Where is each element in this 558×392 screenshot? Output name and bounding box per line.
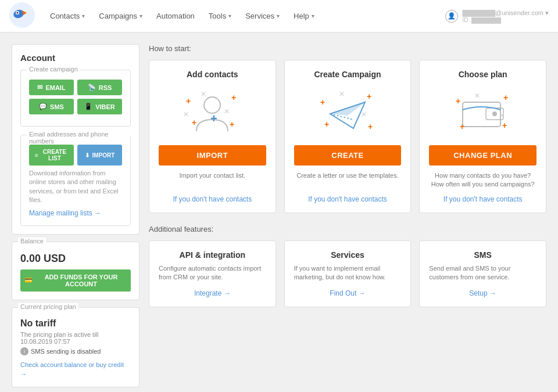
check-balance-link[interactable]: Check account balance or buy credit → (20, 361, 124, 377)
sms-button[interactable]: 💬 SMS (29, 99, 74, 114)
sms-icon: 💬 (39, 103, 47, 110)
balance-amount: 0.00 USD (20, 253, 131, 265)
svg-text:+: + (502, 121, 507, 130)
import-helper-text: Download information from online stores … (29, 169, 122, 205)
add-contacts-desc: Import your contact list. (179, 171, 245, 180)
nav-contacts[interactable]: Contacts ▾ (44, 7, 91, 25)
create-campaign-link[interactable]: If you don't have contacts (308, 195, 387, 203)
api-integration-link[interactable]: Integrate → (194, 289, 231, 297)
pricing-plan-label: Current pricing plan (18, 303, 78, 310)
nav-tools[interactable]: Tools ▾ (203, 7, 237, 25)
add-contacts-card: Add contacts + + + + + ✕ (149, 60, 276, 213)
create-campaign-heading: Create Campaign (314, 70, 381, 79)
create-campaign-card: Create Campaign + + + + ✕ ✕ (284, 60, 412, 213)
svg-text:+: + (368, 122, 373, 131)
change-plan-button[interactable]: CHANGE PLAN (429, 145, 536, 166)
balance-card: Balance 0.00 USD 💳 ADD FUNDS FOR YOUR AC… (12, 242, 140, 300)
services-desc: If you want to implement email marketing… (294, 264, 402, 282)
sms-desc: Send email and SMS to your customers fro… (429, 264, 536, 282)
svg-text:✕: ✕ (339, 90, 345, 98)
account-card: Account Create campaign ✉ EMAIL 📡 RSS (12, 44, 140, 235)
additional-features-label: Additional features: (149, 225, 546, 233)
manage-mailing-lists-link[interactable]: Manage mailing lists → (29, 209, 101, 217)
add-contacts-link[interactable]: If you don't have contacts (173, 195, 252, 203)
svg-text:+: + (231, 93, 236, 102)
services-title: Services (331, 250, 364, 260)
create-campaign-button[interactable]: CREATE (294, 145, 402, 166)
choose-plan-heading: Choose plan (459, 70, 507, 79)
list-icon: ≡ (35, 152, 38, 159)
balance-label: Balance (18, 238, 46, 244)
nav-automation[interactable]: Automation (151, 7, 201, 25)
sidebar: Account Create campaign ✉ EMAIL 📡 RSS (12, 44, 140, 387)
pricing-plan-card: Current pricing plan No tariff The prici… (12, 307, 140, 388)
svg-point-25 (492, 112, 497, 116)
svg-text:✕: ✕ (201, 90, 206, 98)
svg-text:+: + (192, 118, 196, 127)
help-arrow-icon: ▾ (312, 13, 314, 19)
nav-campaigns[interactable]: Campaigns ▾ (93, 7, 148, 25)
import-icon: ⬇ (85, 152, 90, 159)
svg-text:✕: ✕ (474, 92, 480, 100)
create-list-button[interactable]: ≡ CREATE LIST (29, 145, 74, 166)
nav-services[interactable]: Services ▾ (239, 7, 285, 25)
viber-button[interactable]: 📱 VIBER (77, 99, 122, 114)
user-info-block: ████████@unisender.com ▾ ID: ████████ (463, 9, 549, 23)
import-contacts-button[interactable]: IMPORT (159, 145, 266, 166)
sms-card: SMS Send email and SMS to your customers… (419, 240, 546, 307)
contacts-arrow-icon: ▾ (82, 13, 85, 19)
create-campaign-section: Create campaign ✉ EMAIL 📡 RSS 💬 (20, 70, 131, 127)
rss-button[interactable]: 📡 RSS (77, 80, 122, 95)
svg-text:+: + (460, 122, 464, 131)
email-addresses-section: Email addresses and phone numbers ≡ CREA… (20, 135, 131, 226)
additional-features-cards: API & integration Configure automatic co… (149, 240, 546, 307)
header-user-section: 👤 ████████@unisender.com ▾ ID: ████████ (445, 9, 549, 23)
sms-title: SMS (474, 250, 491, 260)
svg-point-4 (17, 12, 19, 14)
email-button[interactable]: ✉ EMAIL (29, 80, 74, 95)
user-id-value: ████████ (471, 17, 501, 23)
main-nav: Contacts ▾ Campaigns ▾ Automation Tools … (44, 7, 445, 25)
sms-disabled-notice: i SMS sending is disabled (20, 347, 131, 355)
account-title: Account (20, 53, 131, 63)
add-contacts-illustration: + + + + + ✕ ✕ ✕ (159, 86, 266, 138)
svg-text:+: + (230, 120, 234, 129)
api-integration-desc: Configure automatic contacts import from… (159, 264, 266, 282)
api-integration-title: API & integration (180, 250, 246, 260)
user-email: ████████@unisender.com ▾ (463, 9, 549, 17)
logo (9, 2, 44, 30)
rss-icon: 📡 (88, 84, 96, 91)
services-link[interactable]: Find Out → (330, 289, 365, 297)
email-icon: ✉ (37, 84, 42, 91)
api-integration-card: API & integration Configure automatic co… (149, 240, 276, 307)
svg-text:+: + (320, 98, 325, 107)
create-campaign-desc: Create a letter or use the templates. (296, 171, 398, 180)
viber-icon: 📱 (84, 103, 92, 110)
sms-link[interactable]: Setup → (469, 289, 496, 297)
add-funds-button[interactable]: 💳 ADD FUNDS FOR YOUR ACCOUNT (20, 269, 131, 292)
choose-plan-link[interactable]: If you don't have contacts (443, 195, 523, 203)
create-campaign-illustration: + + + + ✕ ✕ (294, 86, 402, 138)
services-card: Services If you want to implement email … (284, 240, 412, 307)
nav-help[interactable]: Help ▾ (288, 7, 320, 25)
svg-text:+: + (503, 93, 508, 102)
user-dropdown-arrow-icon[interactable]: ▾ (545, 9, 549, 16)
svg-text:+: + (186, 96, 191, 106)
svg-text:✕: ✕ (224, 107, 230, 116)
pricing-plan-name: No tariff (20, 318, 131, 329)
import-button[interactable]: ⬇ IMPORT (77, 145, 122, 166)
choose-plan-desc: How many contacts do you have? How often… (429, 171, 536, 189)
info-icon: i (20, 347, 28, 355)
how-to-start-label: How to start: (149, 44, 546, 53)
svg-text:✕: ✕ (499, 112, 505, 120)
campaigns-arrow-icon: ▾ (140, 13, 142, 19)
create-campaign-label: Create campaign (27, 66, 80, 73)
email-addresses-label: Email addresses and phone numbers (27, 131, 130, 145)
svg-text:✕: ✕ (183, 110, 189, 118)
svg-text:+: + (367, 92, 371, 101)
svg-text:+: + (456, 96, 460, 106)
wallet-icon: 💳 (24, 276, 33, 284)
svg-text:+: + (324, 120, 329, 129)
user-avatar-icon: 👤 (445, 10, 458, 23)
svg-text:✕: ✕ (361, 110, 367, 118)
